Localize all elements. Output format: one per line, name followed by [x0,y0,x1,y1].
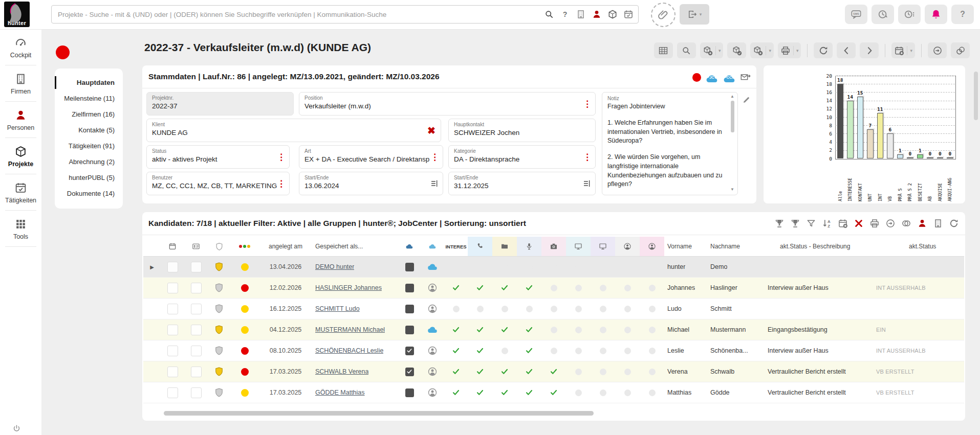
candidate-link[interactable]: SCHWALB Verena [315,368,368,375]
milestone-cell[interactable] [492,278,517,298]
candidate-link[interactable]: MUSTERMANN Michael [315,326,385,333]
expand-cell[interactable]: ▶ [143,257,161,277]
col-monitor[interactable] [566,237,591,256]
filter-button[interactable] [806,218,816,228]
milestone-cell[interactable] [517,278,541,298]
candidate-link[interactable]: SCHMITT Ludo [315,305,360,312]
chevron-right-button[interactable] [860,42,879,58]
col-angelegt-am[interactable]: angelegt am [259,237,312,256]
refresh-button[interactable] [949,218,959,228]
select-cell[interactable] [398,278,421,298]
milestone-cell[interactable] [640,340,664,361]
power-icon[interactable] [12,424,21,433]
col-phone[interactable] [468,237,492,256]
name-cell[interactable]: SCHWALB Verena [312,361,398,382]
milestone-cell[interactable] [541,340,566,361]
box-add-button[interactable]: ▾ [700,42,724,58]
milestone-cell[interactable] [591,278,615,298]
hauptkontakt-field[interactable]: Hauptkontakt SCHWEIZER Jochen [448,119,596,142]
send-mail-icon[interactable] [740,72,751,83]
attachment-dropzone[interactable] [651,3,676,27]
search-quicksearch[interactable] [544,9,554,19]
candidate-link[interactable]: SCHÖNENBACH Leslie [315,347,383,354]
project-menu-item[interactable]: Tätigkeiten (91) [55,138,123,154]
milestone-cell[interactable] [468,299,492,319]
name-cell[interactable]: SCHÖNENBACH Leslie [312,340,398,361]
milestone-cell[interactable] [591,257,615,277]
candidate-link[interactable]: DEMO hunter [315,263,354,270]
col-camera[interactable] [541,237,566,256]
table-row[interactable]: ▶13.04.2026DEMO hunterhunterDemo [143,257,964,278]
milestone-cell[interactable] [444,278,468,298]
milestone-cell[interactable] [492,340,517,361]
checkbox-cell[interactable] [161,257,184,277]
search-button[interactable] [677,42,696,58]
app-logo[interactable]: hunter [4,2,30,27]
candidate-link[interactable]: GÖDDE Matthias [315,389,365,396]
milestone-cell[interactable] [591,361,615,382]
chevron-down-icon[interactable]: ▾ [715,46,721,55]
trophy-button[interactable] [790,218,800,228]
chevron-down-icon[interactable]: ▾ [907,46,912,55]
select-cell[interactable] [398,340,421,361]
datepicker-icon[interactable] [429,179,439,189]
status-field[interactable]: Status aktiv - aktives Projekt ⋮ [146,145,290,169]
link-circles-button[interactable] [951,42,970,58]
table-row[interactable]: 04.12.2025MUSTERMANN MichaelMichaelMuste… [143,319,964,340]
notiz-scrollbar[interactable]: ▲ ▼ [729,94,736,193]
project-menu-item[interactable]: Zielfirmen (16) [55,106,123,122]
milestone-cell[interactable] [591,382,615,403]
table-button[interactable] [654,42,673,58]
export-arrow-button[interactable] [885,218,896,228]
project-menu-item[interactable]: Kontakte (5) [55,122,123,138]
calendar-check-quicksearch[interactable] [623,9,634,19]
export-arrow-button[interactable] [928,42,947,58]
name-cell[interactable]: GÖDDE Matthias [312,382,398,403]
help-quicksearch[interactable]: ? [560,9,570,19]
milestone-cell[interactable] [591,340,615,361]
remove-klient-icon[interactable]: ✖ [427,126,435,135]
checkbox-cell[interactable] [184,257,208,277]
milestone-cell[interactable] [615,278,640,298]
logout-button[interactable]: ▾ [680,4,709,25]
table-row[interactable]: 08.10.2025SCHÖNENBACH LeslieLeslieSchöne… [143,340,964,361]
checkbox-cell[interactable] [161,278,184,298]
refresh-button[interactable] [814,42,833,58]
col-vorname[interactable]: Vorname [664,237,707,256]
milestone-cell[interactable] [517,361,541,382]
milestone-cell[interactable] [517,319,541,340]
print-button[interactable] [869,218,880,228]
table-row[interactable]: 17.03.2025GÖDDE MatthiasMatthiasGöddeVer… [143,382,964,403]
trophy-button[interactable] [774,218,785,228]
milestone-cell[interactable] [615,319,640,340]
projektnr-field[interactable]: Projektnr. 2022-37 [146,92,294,116]
box-remove-button[interactable]: ▾ [750,42,774,58]
klient-field[interactable]: Klient KUNDE AG ✖ [146,119,441,142]
milestone-cell[interactable] [444,257,468,277]
benutzer-field[interactable]: Benutzer MZ, CC, CC1, MZ, CB, TT, MARKET… [146,172,290,195]
milestone-cell[interactable] [468,382,492,403]
venn-button[interactable] [901,218,911,228]
milestone-cell[interactable] [566,361,591,382]
name-cell[interactable]: MUSTERMANN Michael [312,319,398,340]
print-button[interactable]: ▾ [778,42,801,58]
cube-quicksearch[interactable] [607,9,618,19]
col-mic[interactable] [517,237,541,256]
sidebar-item-firmen[interactable]: Firmen [0,65,41,102]
milestone-cell[interactable] [517,340,541,361]
field-menu-icon[interactable]: ⋮ [583,100,592,108]
field-menu-icon[interactable]: ⋮ [277,179,286,188]
checkbox-cell[interactable] [161,340,184,361]
chevron-left-button[interactable] [837,42,856,58]
sidebar-item-tätigkeiten[interactable]: Tätigkeiten [0,174,41,211]
milestone-cell[interactable] [566,299,591,319]
sidebar-item-cockpit[interactable]: Cockpit [0,29,41,65]
box-check-button[interactable] [727,42,746,58]
col-shield[interactable] [208,237,230,256]
col-expand[interactable] [143,237,161,256]
name-cell[interactable]: SCHMITT Ludo [312,299,398,319]
table-row[interactable]: 16.12.2025SCHMITT LudoLudoSchmitt [143,299,964,319]
sidebar-item-projekte[interactable]: Projekte [0,138,41,174]
col-beschreibung[interactable]: akt.Status - Beschreibung [765,237,873,256]
milestone-cell[interactable] [615,382,640,403]
